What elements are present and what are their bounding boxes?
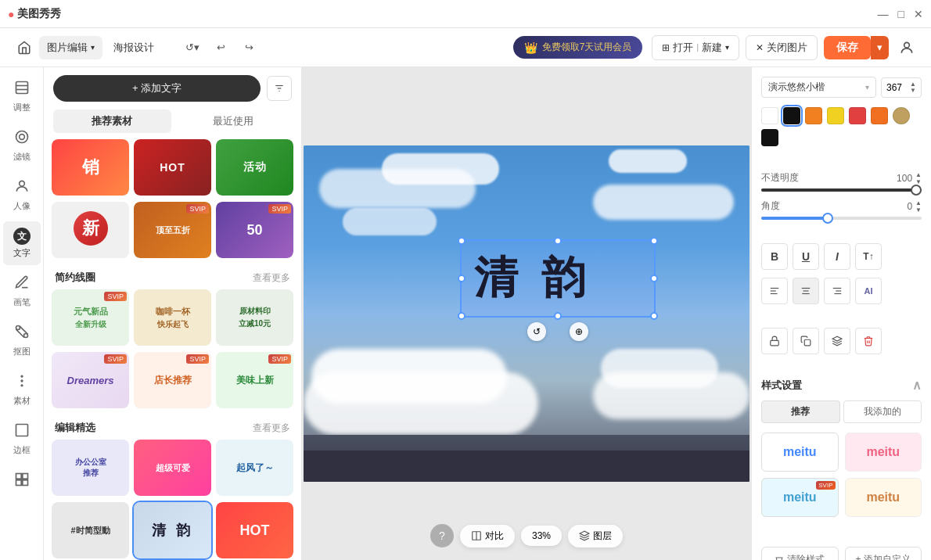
ai-btn[interactable]: AI bbox=[855, 278, 882, 304]
style-preview-1[interactable]: meitu bbox=[761, 433, 839, 472]
save-btn[interactable]: 保存 bbox=[824, 36, 871, 59]
handle-mr[interactable] bbox=[650, 275, 658, 282]
zoom-indicator[interactable]: 33% bbox=[521, 526, 562, 546]
color-swatch-darkorange[interactable] bbox=[871, 107, 888, 124]
move-ctrl[interactable]: ⊕ bbox=[570, 322, 588, 341]
style-tab-recommended[interactable]: 推荐 bbox=[761, 400, 840, 423]
color-swatch-red[interactable] bbox=[849, 107, 866, 124]
redo-btn[interactable]: ↪ bbox=[237, 36, 261, 59]
list-item[interactable]: 咖啡一杯 快乐起飞 bbox=[134, 289, 211, 346]
canvas-text-element[interactable]: 清 韵 ↺ ⊕ bbox=[460, 239, 656, 318]
style-tab-my[interactable]: 我添加的 bbox=[843, 400, 922, 423]
handle-ml[interactable] bbox=[458, 275, 466, 282]
list-item[interactable]: HOT bbox=[216, 502, 293, 558]
sidebar-item-adjust[interactable]: 调整 bbox=[3, 74, 41, 120]
list-item[interactable]: 活动 bbox=[216, 139, 293, 196]
list-item[interactable]: 起风了～ bbox=[216, 440, 293, 496]
tab-recent[interactable]: 最近使用 bbox=[174, 109, 293, 133]
angle-up[interactable]: ▲ bbox=[915, 199, 922, 206]
filter-icon-btn[interactable] bbox=[267, 76, 292, 101]
list-item[interactable]: 50 SVIP bbox=[216, 202, 293, 258]
user-avatar[interactable] bbox=[895, 36, 918, 59]
color-swatch-orange[interactable] bbox=[805, 107, 822, 124]
canvas-image[interactable]: 清 韵 ↺ ⊕ bbox=[304, 145, 749, 482]
underline-btn[interactable]: U bbox=[793, 243, 819, 270]
list-item[interactable]: 原材料印 立减10元 bbox=[216, 289, 293, 346]
delete-btn[interactable] bbox=[855, 328, 882, 354]
sidebar-item-mosaic[interactable] bbox=[3, 465, 41, 500]
compare-btn[interactable]: 对比 bbox=[460, 525, 515, 547]
image-edit-btn[interactable]: 图片编辑 ▾ bbox=[39, 36, 102, 59]
list-item[interactable]: 清 韵 bbox=[134, 502, 211, 558]
opacity-slider[interactable] bbox=[761, 188, 922, 192]
angle-slider[interactable] bbox=[761, 217, 922, 220]
list-item[interactable]: 办公公室推荐 bbox=[52, 440, 129, 496]
align-right-btn[interactable] bbox=[824, 278, 850, 304]
svg-rect-14 bbox=[16, 425, 27, 436]
list-item[interactable]: Dreamers SVIP bbox=[52, 352, 129, 408]
tab-recommended[interactable]: 推荐素材 bbox=[53, 109, 171, 133]
handle-tl[interactable] bbox=[458, 237, 466, 245]
sidebar-item-material[interactable]: 素材 bbox=[3, 367, 41, 413]
style-collapse-btn[interactable]: ∧ bbox=[912, 378, 922, 393]
list-item[interactable]: 新 bbox=[52, 202, 129, 258]
opacity-up[interactable]: ▲ bbox=[915, 171, 922, 178]
color-swatch-gray[interactable] bbox=[893, 107, 910, 124]
list-item[interactable]: 销 bbox=[52, 139, 129, 196]
font-selector[interactable]: 演示悠然小楷 ▾ bbox=[761, 77, 876, 98]
lock-btn[interactable] bbox=[761, 328, 788, 354]
save-dropdown-btn[interactable]: ▾ bbox=[871, 36, 889, 59]
copy-btn[interactable] bbox=[793, 328, 819, 354]
font-size-input[interactable]: 367 ▲ ▼ bbox=[881, 77, 922, 98]
list-item[interactable]: HOT bbox=[134, 139, 211, 196]
home-btn[interactable] bbox=[13, 36, 36, 59]
handle-br[interactable] bbox=[650, 312, 658, 320]
open-btn[interactable]: ⊞ 打开 | 新建 ▾ bbox=[652, 35, 739, 60]
rotate-ctrl[interactable]: ↺ bbox=[527, 322, 546, 341]
maximize-btn[interactable]: □ bbox=[898, 8, 904, 20]
add-text-btn[interactable]: + 添加文字 bbox=[53, 75, 261, 102]
handle-bl[interactable] bbox=[458, 312, 466, 320]
angle-down[interactable]: ▼ bbox=[915, 206, 922, 214]
align-left-btn[interactable] bbox=[761, 278, 788, 304]
minimize-btn[interactable]: — bbox=[878, 8, 889, 20]
sidebar-item-cutout[interactable]: 抠图 bbox=[3, 318, 41, 364]
layer-btn[interactable]: 图层 bbox=[568, 525, 623, 547]
color-swatch-white[interactable] bbox=[761, 107, 778, 124]
color-swatch-black2[interactable] bbox=[761, 129, 778, 146]
vip-trial-btn[interactable]: 👑 免费领取7天试用会员 bbox=[513, 36, 643, 59]
sidebar-item-paint[interactable]: 画笔 bbox=[3, 268, 41, 314]
handle-tr[interactable] bbox=[650, 237, 658, 245]
history-btn[interactable]: ↺▾ bbox=[181, 36, 204, 59]
list-item[interactable]: 元气新品 全新升级 SVIP bbox=[52, 289, 129, 346]
style-preview-3[interactable]: meitu SVIP bbox=[761, 478, 839, 517]
bold-btn[interactable]: B bbox=[761, 243, 788, 270]
style-preview-4[interactable]: meitu bbox=[845, 478, 922, 517]
align-center-btn[interactable] bbox=[793, 278, 819, 304]
handle-bm[interactable] bbox=[554, 312, 562, 320]
color-swatch-yellow[interactable] bbox=[827, 107, 844, 124]
add-custom-btn[interactable]: + 添加自定义 bbox=[845, 547, 922, 560]
sidebar-item-text[interactable]: 文 文字 bbox=[3, 221, 41, 265]
sidebar-item-border[interactable]: 边框 bbox=[3, 416, 41, 462]
list-item[interactable]: #时简型動 bbox=[52, 502, 129, 558]
style-preview-2[interactable]: meitu bbox=[845, 433, 922, 472]
list-item[interactable]: 超级可爱 bbox=[134, 440, 211, 496]
layer-order-btn[interactable] bbox=[824, 328, 850, 354]
close-image-btn[interactable]: ✕ 关闭图片 bbox=[746, 35, 818, 60]
close-btn[interactable]: ✕ bbox=[914, 8, 923, 20]
sidebar-item-filter[interactable]: 滤镜 bbox=[3, 123, 41, 169]
italic-btn[interactable]: I bbox=[824, 243, 850, 270]
handle-tm[interactable] bbox=[554, 237, 562, 245]
font-size-down[interactable]: ▼ bbox=[910, 88, 916, 94]
list-item[interactable]: 店长推荐 SVIP bbox=[134, 352, 211, 408]
sidebar-item-portrait[interactable]: 人像 bbox=[3, 172, 41, 218]
undo-btn[interactable]: ↩ bbox=[209, 36, 232, 59]
poster-design-btn[interactable]: 海报设计 bbox=[106, 36, 162, 59]
clear-style-btn[interactable]: 清除样式 bbox=[761, 547, 839, 560]
transform-btn[interactable]: T↑ bbox=[855, 243, 882, 270]
help-btn[interactable]: ? bbox=[430, 524, 454, 547]
list-item[interactable]: 美味上新 SVIP bbox=[216, 352, 293, 408]
list-item[interactable]: 顶至五折 SVIP bbox=[134, 202, 211, 258]
color-swatch-black[interactable] bbox=[783, 107, 800, 124]
